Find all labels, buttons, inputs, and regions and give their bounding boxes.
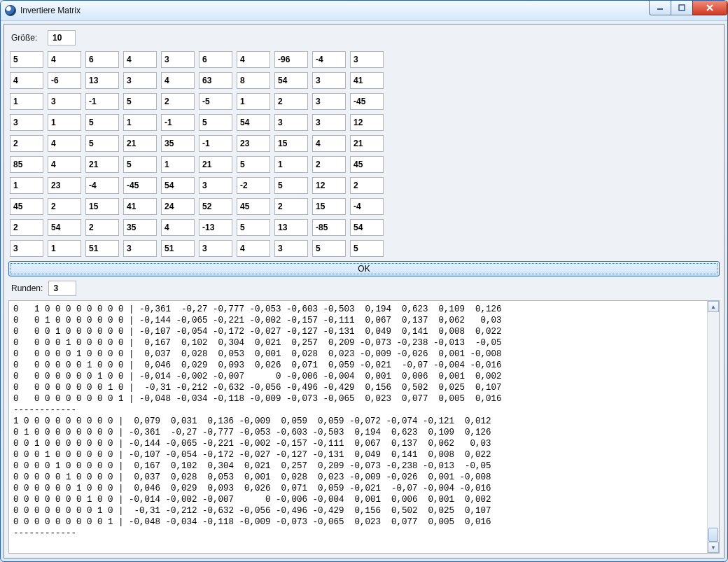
matrix-cell-6-9[interactable] <box>350 177 384 194</box>
matrix-cell-0-9[interactable] <box>350 51 384 68</box>
matrix-cell-6-2[interactable] <box>85 177 119 194</box>
matrix-cell-1-9[interactable] <box>350 72 384 89</box>
matrix-cell-1-3[interactable] <box>123 72 157 89</box>
matrix-cell-8-5[interactable] <box>199 219 232 236</box>
matrix-cell-5-6[interactable] <box>237 156 270 173</box>
matrix-cell-7-3[interactable] <box>123 198 157 215</box>
matrix-cell-8-2[interactable] <box>85 219 119 236</box>
matrix-cell-4-3[interactable] <box>123 135 157 152</box>
matrix-cell-5-0[interactable] <box>10 156 43 173</box>
matrix-cell-4-4[interactable] <box>161 135 195 152</box>
matrix-cell-4-5[interactable] <box>199 135 232 152</box>
matrix-cell-5-1[interactable] <box>48 156 81 173</box>
matrix-cell-7-8[interactable] <box>312 198 346 215</box>
matrix-cell-4-1[interactable] <box>48 135 81 152</box>
matrix-cell-0-0[interactable] <box>10 51 43 68</box>
matrix-cell-5-8[interactable] <box>312 156 346 173</box>
matrix-cell-6-5[interactable] <box>199 177 232 194</box>
close-button[interactable] <box>692 1 727 15</box>
minimize-button[interactable] <box>649 1 671 15</box>
matrix-cell-2-9[interactable] <box>350 93 384 110</box>
matrix-cell-3-5[interactable] <box>199 114 232 131</box>
ok-button[interactable]: OK <box>8 261 720 276</box>
matrix-cell-6-7[interactable] <box>274 177 308 194</box>
matrix-cell-7-9[interactable] <box>350 198 384 215</box>
matrix-cell-3-0[interactable] <box>10 114 43 131</box>
matrix-cell-9-0[interactable] <box>10 240 43 257</box>
matrix-cell-9-8[interactable] <box>312 240 346 257</box>
matrix-cell-4-8[interactable] <box>312 135 346 152</box>
scroll-thumb[interactable] <box>708 528 718 542</box>
titlebar[interactable]: Invertiere Matrix <box>1 1 727 21</box>
round-input[interactable] <box>48 281 76 296</box>
matrix-cell-6-1[interactable] <box>48 177 81 194</box>
matrix-cell-5-5[interactable] <box>199 156 232 173</box>
matrix-cell-9-7[interactable] <box>274 240 308 257</box>
matrix-cell-2-5[interactable] <box>199 93 232 110</box>
maximize-button[interactable] <box>671 1 693 15</box>
matrix-cell-8-4[interactable] <box>161 219 195 236</box>
matrix-cell-4-7[interactable] <box>274 135 308 152</box>
size-input[interactable] <box>48 30 76 45</box>
matrix-cell-9-3[interactable] <box>123 240 157 257</box>
scroll-up-button[interactable]: ▲ <box>708 301 719 312</box>
matrix-cell-8-9[interactable] <box>350 219 384 236</box>
matrix-cell-6-6[interactable] <box>237 177 270 194</box>
matrix-cell-8-6[interactable] <box>237 219 270 236</box>
matrix-cell-3-6[interactable] <box>237 114 270 131</box>
matrix-cell-1-8[interactable] <box>312 72 346 89</box>
matrix-cell-9-4[interactable] <box>161 240 195 257</box>
matrix-cell-5-9[interactable] <box>350 156 384 173</box>
matrix-cell-3-1[interactable] <box>48 114 81 131</box>
matrix-cell-8-8[interactable] <box>312 219 346 236</box>
matrix-cell-5-2[interactable] <box>85 156 119 173</box>
matrix-cell-9-6[interactable] <box>237 240 270 257</box>
matrix-cell-1-6[interactable] <box>237 72 270 89</box>
matrix-cell-8-1[interactable] <box>48 219 81 236</box>
matrix-cell-1-0[interactable] <box>10 72 43 89</box>
matrix-cell-0-4[interactable] <box>161 51 195 68</box>
matrix-cell-3-4[interactable] <box>161 114 195 131</box>
matrix-cell-8-0[interactable] <box>10 219 43 236</box>
matrix-cell-8-3[interactable] <box>123 219 157 236</box>
matrix-cell-0-2[interactable] <box>85 51 119 68</box>
matrix-cell-6-3[interactable] <box>123 177 157 194</box>
matrix-cell-7-6[interactable] <box>237 198 270 215</box>
matrix-cell-0-5[interactable] <box>199 51 232 68</box>
matrix-cell-7-4[interactable] <box>161 198 195 215</box>
matrix-cell-7-0[interactable] <box>10 198 43 215</box>
matrix-cell-1-1[interactable] <box>48 72 81 89</box>
matrix-cell-2-0[interactable] <box>10 93 43 110</box>
matrix-cell-3-3[interactable] <box>123 114 157 131</box>
matrix-cell-1-5[interactable] <box>199 72 232 89</box>
matrix-cell-2-6[interactable] <box>237 93 270 110</box>
matrix-cell-4-2[interactable] <box>85 135 119 152</box>
matrix-cell-1-7[interactable] <box>274 72 308 89</box>
output-scrollbar[interactable]: ▲ ▼ <box>707 301 719 553</box>
output-text[interactable]: 0 1 0 0 0 0 0 0 0 0 | -0,361 -0,27 -0,77… <box>9 301 708 553</box>
matrix-cell-5-7[interactable] <box>274 156 308 173</box>
matrix-cell-0-6[interactable] <box>237 51 270 68</box>
matrix-cell-7-2[interactable] <box>85 198 119 215</box>
matrix-cell-9-5[interactable] <box>199 240 232 257</box>
matrix-cell-6-0[interactable] <box>10 177 43 194</box>
matrix-cell-8-7[interactable] <box>274 219 308 236</box>
matrix-cell-1-4[interactable] <box>161 72 195 89</box>
matrix-cell-1-2[interactable] <box>85 72 119 89</box>
matrix-cell-9-9[interactable] <box>350 240 384 257</box>
matrix-cell-0-1[interactable] <box>48 51 81 68</box>
matrix-cell-0-8[interactable] <box>312 51 346 68</box>
matrix-cell-3-2[interactable] <box>85 114 119 131</box>
matrix-cell-5-4[interactable] <box>161 156 195 173</box>
matrix-cell-5-3[interactable] <box>123 156 157 173</box>
matrix-cell-7-7[interactable] <box>274 198 308 215</box>
matrix-cell-2-4[interactable] <box>161 93 195 110</box>
matrix-cell-2-1[interactable] <box>48 93 81 110</box>
matrix-cell-2-2[interactable] <box>85 93 119 110</box>
matrix-cell-9-1[interactable] <box>48 240 81 257</box>
scroll-track[interactable] <box>708 312 719 542</box>
matrix-cell-0-3[interactable] <box>123 51 157 68</box>
matrix-cell-3-9[interactable] <box>350 114 384 131</box>
matrix-cell-6-8[interactable] <box>312 177 346 194</box>
matrix-cell-7-5[interactable] <box>199 198 232 215</box>
